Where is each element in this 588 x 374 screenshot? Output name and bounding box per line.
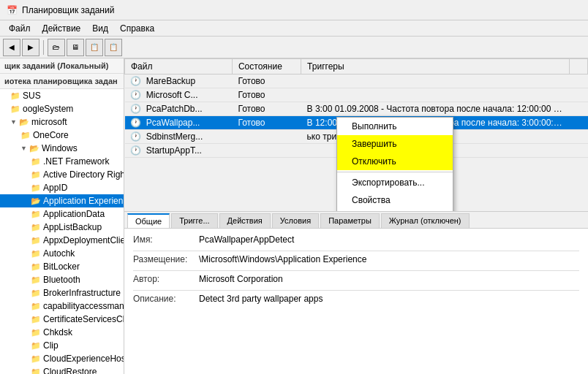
toolbar-folder[interactable]: 🗁	[48, 39, 65, 56]
folder-icon: 📁	[31, 354, 41, 364]
folder-icon: 📁	[31, 210, 41, 219]
sidebar-item-autochk[interactable]: 📁 Autochk	[0, 247, 124, 260]
toolbar-back[interactable]: ◀	[3, 39, 20, 56]
menu-help[interactable]: Справка	[114, 22, 160, 35]
sidebar-item-microsoft[interactable]: ▼ 📂 microsoft	[0, 115, 124, 129]
sidebar-item-applicationexperience[interactable]: 📂 Application Experience	[0, 194, 124, 207]
ctx-run[interactable]: Выполнить	[337, 118, 453, 135]
sidebar-item-appxdeploymentclient[interactable]: 📁 AppxDeploymentClient	[0, 234, 124, 247]
folder-icon: 📁	[31, 183, 41, 193]
menu-file[interactable]: Файл	[3, 22, 37, 35]
ctx-disable[interactable]: Отключить	[337, 153, 453, 170]
folder-icon: 📁	[31, 302, 41, 311]
right-panel: Файл Состояние Триггеры 🕐 MareBackup Гот…	[124, 58, 588, 374]
menu-bar: Файл Действие Вид Справка	[0, 20, 588, 37]
task-name: 🕐 MareBackup	[125, 75, 233, 88]
task-triggers: В 3:00 01.09.2008 - Частота повтора посл…	[301, 102, 570, 116]
sidebar-header-1: щик заданий (Локальный)	[0, 58, 124, 74]
sidebar-item-certificateservicesclient[interactable]: 📁 CertificateServicesClient	[0, 313, 124, 326]
app-title: Планировщик заданий	[22, 5, 114, 15]
details-tabs: Общие Тригге... Действия Условия Парамет…	[124, 212, 588, 229]
sidebar-item-googlesystem[interactable]: 📁 oogleSystem	[0, 102, 124, 115]
expand-icon: ▼	[20, 145, 29, 152]
sidebar-item-sus[interactable]: 📁 SUS	[0, 89, 124, 102]
title-bar: 📅 Планировщик заданий	[0, 0, 588, 20]
app-icon: 📅	[6, 4, 18, 16]
task-icon: 🕐	[131, 118, 141, 128]
ctx-export[interactable]: Экспортировать...	[337, 174, 453, 191]
sidebar-item-chkdsk[interactable]: 📁 Chkdsk	[0, 326, 124, 339]
folder-icon: 📁	[10, 104, 20, 114]
table-row[interactable]: 🕐 PcaPatchDb... Готово В 3:00 01.09.2008…	[125, 102, 588, 116]
menu-action[interactable]: Действие	[37, 22, 87, 35]
sidebar-item-activedirectoryrights[interactable]: 📁 Active Directory Rights M	[0, 168, 124, 181]
detail-name-value: PcaWallpaperAppDetect	[199, 234, 579, 245]
col-header-status[interactable]: Состояние	[232, 59, 301, 75]
tab-settings[interactable]: Параметры	[320, 213, 380, 228]
folder-icon: 📁	[31, 367, 41, 375]
tab-general[interactable]: Общие	[127, 213, 170, 228]
col-header-triggers[interactable]: Триггеры	[301, 59, 570, 75]
ctx-separator	[337, 172, 453, 172]
toolbar-clipboard1[interactable]: 📋	[86, 39, 103, 56]
sidebar-item-bluetooth[interactable]: 📁 Bluetooth	[0, 273, 124, 286]
detail-description-label: Описание:	[133, 294, 199, 304]
sidebar-item-netframework[interactable]: 📁 .NET Framework	[0, 155, 124, 168]
sidebar-item-windows[interactable]: ▼ 📂 Windows	[0, 142, 124, 155]
sidebar-item-capabilityaccessmanager[interactable]: 📁 capabilityaccessmanager	[0, 299, 124, 313]
folder-icon: 📂	[19, 118, 29, 127]
folder-icon: 📂	[31, 196, 41, 206]
details-body: Имя: PcaWallpaperAppDetect Размещение: \…	[124, 229, 588, 316]
folder-icon: 📂	[29, 144, 39, 153]
col-header-extra	[570, 59, 588, 75]
main-content: щик заданий (Локальный) иотека планировщ…	[0, 58, 588, 374]
detail-location-row: Размещение: \Microsoft\Windows\Applicati…	[133, 254, 579, 264]
task-triggers	[301, 88, 570, 102]
toolbar-forward[interactable]: ▶	[22, 39, 39, 56]
detail-author-row: Автор: Microsoft Corporation	[133, 274, 579, 284]
sidebar-item-applicationdata[interactable]: 📁 ApplicationData	[0, 207, 124, 221]
sidebar-item-clip[interactable]: 📁 Clip	[0, 339, 124, 352]
folder-icon: 📁	[31, 223, 41, 232]
task-name: 🕐 StartupAppT...	[125, 144, 233, 158]
toolbar-clipboard2[interactable]: 📋	[105, 39, 122, 56]
sidebar-item-onecore[interactable]: 📁 OneCore	[0, 129, 124, 142]
task-table-container: Файл Состояние Триггеры 🕐 MareBackup Гот…	[124, 58, 588, 212]
menu-view[interactable]: Вид	[86, 22, 114, 35]
ctx-properties[interactable]: Свойства	[337, 191, 453, 209]
sidebar: щик заданий (Локальный) иотека планировщ…	[0, 58, 124, 374]
sidebar-item-brokerinfrastructure[interactable]: 📁 BrokerInfrastructure	[0, 286, 124, 299]
task-icon: 🕐	[131, 145, 141, 156]
table-row[interactable]: 🕐 Microsoft C... Готово	[125, 88, 588, 102]
detail-author-value: Microsoft Corporation	[199, 274, 579, 284]
task-icon: 🕐	[131, 131, 141, 142]
detail-divider-1	[133, 251, 579, 251]
detail-description-value: Detect 3rd party wallpaper apps	[199, 294, 579, 304]
ctx-delete[interactable]: Удалить	[337, 209, 453, 212]
toolbar-computer[interactable]: 🖥	[67, 39, 84, 56]
tab-actions[interactable]: Действия	[219, 213, 271, 228]
sidebar-item-bitlocker[interactable]: 📁 BitLocker	[0, 260, 124, 273]
folder-icon: 📁	[31, 289, 41, 298]
detail-divider-2	[133, 270, 579, 271]
task-name: 🕐 PcaWallpap...	[125, 116, 233, 130]
tab-conditions[interactable]: Условия	[272, 213, 319, 228]
folder-icon: 📁	[31, 249, 41, 259]
folder-icon: 📁	[20, 131, 31, 140]
tab-log[interactable]: Журнал (отключен)	[381, 213, 470, 228]
task-name: 🕐 SdbinstMerg...	[125, 130, 233, 144]
task-status: Готово	[232, 88, 301, 102]
sidebar-item-cloudexperiencehost[interactable]: 📁 CloudExperienceHost	[0, 352, 124, 365]
details-panel: Общие Тригге... Действия Условия Парамет…	[124, 212, 588, 374]
sidebar-item-cloudrestore[interactable]: 📁 CloudRestore	[0, 365, 124, 374]
sidebar-item-appid[interactable]: 📁 AppID	[0, 181, 124, 194]
folder-icon: 📁	[31, 236, 41, 245]
ctx-end[interactable]: Завершить	[337, 135, 453, 153]
table-row[interactable]: 🕐 MareBackup Готово	[125, 75, 588, 88]
task-triggers	[301, 75, 570, 88]
col-header-file[interactable]: Файл	[125, 59, 233, 75]
sidebar-item-applistbackup[interactable]: 📁 AppListBackup	[0, 221, 124, 234]
folder-icon: 📁	[31, 275, 41, 285]
folder-icon: 📁	[31, 315, 41, 324]
tab-triggers[interactable]: Тригге...	[171, 213, 217, 228]
